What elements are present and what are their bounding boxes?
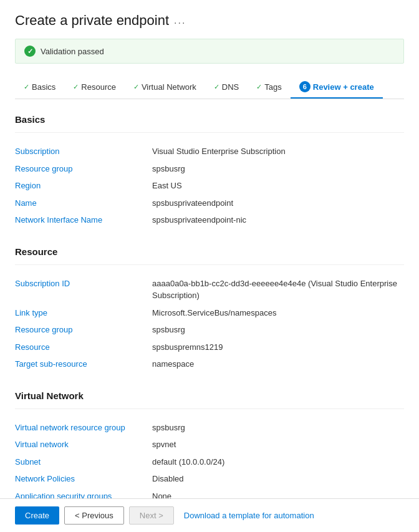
- field-value-link-type: Microsoft.ServiceBus/namespaces: [152, 307, 404, 319]
- field-label-resource-group-basics: Resource group: [15, 163, 152, 175]
- divider-resource: [15, 264, 404, 265]
- tab-label-virtual-network: Virtual Network: [142, 82, 196, 92]
- field-target-sub-resource: Target sub-resource namespace: [15, 355, 404, 373]
- field-region: Region East US: [15, 177, 404, 195]
- tab-dns[interactable]: ✓ DNS: [205, 77, 248, 98]
- tab-basics[interactable]: ✓ Basics: [15, 77, 64, 98]
- previous-button[interactable]: < Previous: [64, 506, 124, 525]
- section-title-virtual-network: Virtual Network: [15, 390, 404, 401]
- tab-check-virtual-network: ✓: [133, 83, 139, 91]
- field-value-region: East US: [152, 180, 404, 192]
- field-label-resource-group-resource: Resource group: [15, 324, 152, 336]
- field-resource: Resource spsbuspremns1219: [15, 339, 404, 356]
- section-virtual-network: Virtual Network Virtual network resource…: [15, 390, 404, 505]
- field-label-nic-name: Network Interface Name: [15, 214, 152, 226]
- next-button: Next >: [129, 506, 174, 525]
- page-title-dots: ...: [174, 15, 186, 26]
- content-area: Basics Subscription Visual Studio Enterp…: [15, 114, 404, 532]
- field-value-name: spsbusprivateendpoint: [152, 197, 404, 210]
- field-value-subscription-id: aaaa0a0a-bb1b-cc2c-dd3d-eeeeee4e4e4e (Vi…: [152, 278, 404, 302]
- field-vnet-resource-group: Virtual network resource group spsbusrg: [15, 419, 404, 437]
- field-link-type: Link type Microsoft.ServiceBus/namespace…: [15, 304, 404, 322]
- field-value-virtual-network: spvnet: [152, 438, 404, 451]
- create-button[interactable]: Create: [15, 506, 59, 525]
- template-link[interactable]: Download a template for automation: [184, 511, 314, 520]
- field-label-subscription: Subscription: [15, 145, 152, 158]
- field-label-virtual-network: Virtual network: [15, 438, 152, 451]
- field-value-resource-group-basics: spsbusrg: [152, 163, 404, 175]
- tab-label-dns: DNS: [222, 82, 239, 92]
- tab-tags[interactable]: ✓ Tags: [248, 77, 290, 98]
- tab-number-review-create: 6: [299, 81, 311, 92]
- tab-label-resource: Resource: [81, 82, 116, 92]
- section-title-basics: Basics: [15, 114, 404, 125]
- tab-label-review-create: Review + create: [313, 82, 374, 92]
- tab-label-basics: Basics: [32, 82, 55, 92]
- divider-virtual-network: [15, 409, 404, 409]
- field-resource-group-basics: Resource group spsbusrg: [15, 160, 404, 178]
- tab-label-tags: Tags: [264, 82, 281, 92]
- field-nic-name: Network Interface Name spsbusprivateendp…: [15, 211, 404, 229]
- field-label-vnet-resource-group: Virtual network resource group: [15, 422, 152, 434]
- field-subnet: Subnet default (10.0.0.0/24): [15, 453, 404, 471]
- validation-text: Validation passed: [41, 47, 104, 56]
- field-label-link-type: Link type: [15, 307, 152, 319]
- field-value-nic-name: spsbusprivateendpoint-nic: [152, 214, 404, 226]
- tab-check-resource: ✓: [73, 83, 79, 91]
- field-label-network-policies: Network Policies: [15, 473, 152, 485]
- field-label-region: Region: [15, 180, 152, 192]
- tab-check-tags: ✓: [256, 83, 262, 91]
- tabs-bar: ✓ Basics ✓ Resource ✓ Virtual Network ✓ …: [15, 76, 404, 99]
- section-basics: Basics Subscription Visual Studio Enterp…: [15, 114, 404, 229]
- field-value-subnet: default (10.0.0.0/24): [152, 456, 404, 468]
- field-value-network-policies: Disabled: [152, 473, 404, 485]
- field-virtual-network: Virtual network spvnet: [15, 436, 404, 453]
- field-name: Name spsbusprivateendpoint: [15, 195, 404, 212]
- field-label-subscription-id: Subscription ID: [15, 278, 152, 302]
- field-network-policies: Network Policies Disabled: [15, 470, 404, 488]
- validation-banner: Validation passed: [15, 39, 404, 64]
- bottom-bar: Create < Previous Next > Download a temp…: [0, 498, 419, 532]
- field-value-target-sub-resource: namespace: [152, 358, 404, 370]
- field-label-name: Name: [15, 197, 152, 210]
- field-value-vnet-resource-group: spsbusrg: [152, 422, 404, 434]
- tab-virtual-network[interactable]: ✓ Virtual Network: [125, 77, 205, 98]
- field-value-resource: spsbuspremns1219: [152, 341, 404, 354]
- field-resource-group-resource: Resource group spsbusrg: [15, 321, 404, 339]
- page-title: Create a private endpoint: [15, 12, 169, 29]
- field-label-resource: Resource: [15, 341, 152, 354]
- tab-check-dns: ✓: [214, 83, 219, 91]
- divider-basics: [15, 132, 404, 133]
- tab-review-create[interactable]: 6 Review + create: [291, 76, 383, 99]
- tab-check-basics: ✓: [24, 83, 29, 91]
- field-label-subnet: Subnet: [15, 456, 152, 468]
- field-value-subscription: Visual Studio Enterprise Subscription: [152, 145, 404, 158]
- field-subscription: Subscription Visual Studio Enterprise Su…: [15, 143, 404, 160]
- section-title-resource: Resource: [15, 246, 404, 257]
- field-value-resource-group-resource: spsbusrg: [152, 324, 404, 336]
- validation-passed-icon: [24, 46, 36, 57]
- tab-resource[interactable]: ✓ Resource: [64, 77, 125, 98]
- section-resource: Resource Subscription ID aaaa0a0a-bb1b-c…: [15, 246, 404, 373]
- field-label-target-sub-resource: Target sub-resource: [15, 358, 152, 370]
- field-subscription-id: Subscription ID aaaa0a0a-bb1b-cc2c-dd3d-…: [15, 275, 404, 304]
